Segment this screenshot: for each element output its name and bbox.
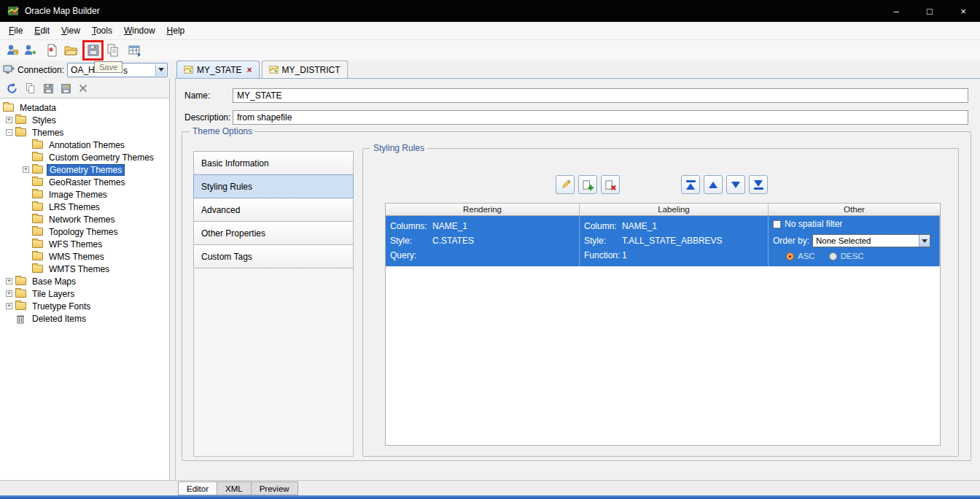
tab-my-state[interactable]: MY_STATE × bbox=[176, 61, 260, 78]
menu-view[interactable]: View bbox=[55, 23, 86, 38]
asc-radio[interactable] bbox=[786, 252, 794, 260]
tree-expander[interactable]: + bbox=[6, 290, 12, 297]
tree-item-metadata[interactable]: Metadata bbox=[0, 101, 169, 114]
tree-copy-button[interactable] bbox=[23, 81, 38, 96]
option-other-properties[interactable]: Other Properties bbox=[193, 221, 354, 245]
window-title: Oracle Map Builder bbox=[25, 6, 100, 16]
menu-edit[interactable]: Edit bbox=[28, 23, 55, 38]
connection-icon bbox=[3, 64, 15, 76]
tree-item-image-themes[interactable]: Image Themes bbox=[0, 188, 169, 201]
theme-options-title: Theme Options bbox=[190, 126, 255, 136]
tree-expander[interactable]: - bbox=[6, 129, 12, 136]
no-spatial-filter-checkbox[interactable] bbox=[773, 220, 781, 228]
tab-xml[interactable]: XML bbox=[217, 481, 252, 495]
tree-delete-button[interactable] bbox=[76, 81, 90, 96]
tab-preview[interactable]: Preview bbox=[251, 481, 298, 495]
edit-rule-button[interactable] bbox=[556, 175, 575, 194]
order-by-select[interactable]: None Selected bbox=[812, 234, 930, 247]
save-as-icon bbox=[61, 83, 71, 94]
move-up-button[interactable] bbox=[704, 175, 723, 194]
tree-item-network-themes[interactable]: Network Themes bbox=[0, 213, 169, 225]
tree-save-as-button[interactable] bbox=[58, 81, 73, 96]
tree-item-wms-themes[interactable]: WMS Themes bbox=[0, 250, 169, 263]
folder-icon bbox=[32, 153, 43, 161]
db-connect-button[interactable] bbox=[4, 42, 20, 58]
copy-icon bbox=[25, 82, 36, 94]
move-top-button[interactable] bbox=[681, 175, 700, 194]
new-file-icon bbox=[44, 43, 59, 58]
tree-item-deleted-items[interactable]: Deleted Items bbox=[0, 312, 169, 325]
tree-item-lrs-themes[interactable]: LRS Themes bbox=[0, 201, 169, 213]
maximize-button[interactable]: □ bbox=[913, 0, 946, 22]
connection-dropdown-button[interactable] bbox=[155, 64, 166, 76]
chevron-down-icon bbox=[922, 239, 928, 243]
selected-tree-label: Geometry Themes bbox=[47, 164, 125, 176]
metadata-panel: Metadata +Styles -Themes Annotation Them… bbox=[0, 79, 170, 480]
main-area: MY_STATE × MY_DISTRICT Name: Description… bbox=[175, 61, 980, 480]
tree-expander[interactable]: + bbox=[6, 303, 12, 309]
order-by-label: Order by: bbox=[773, 236, 809, 246]
add-rule-button[interactable] bbox=[578, 175, 597, 194]
tree-item-geometry-themes[interactable]: +Geometry Themes bbox=[0, 163, 169, 176]
tree-item-georaster-themes[interactable]: GeoRaster Themes bbox=[0, 176, 169, 188]
table-header: Rendering Labeling Other bbox=[386, 204, 940, 216]
menu-tools[interactable]: Tools bbox=[86, 23, 118, 38]
tree-item-themes[interactable]: -Themes bbox=[0, 126, 169, 139]
move-bottom-button[interactable] bbox=[749, 175, 768, 194]
folder-icon bbox=[32, 215, 43, 223]
name-input[interactable] bbox=[233, 88, 968, 103]
folder-icon bbox=[15, 302, 26, 310]
tree-save-button[interactable] bbox=[41, 81, 55, 96]
app-icon bbox=[7, 5, 19, 17]
menu-help[interactable]: Help bbox=[161, 23, 191, 38]
option-advanced[interactable]: Advanced bbox=[193, 198, 354, 222]
tree-item-styles[interactable]: +Styles bbox=[0, 114, 169, 126]
styling-rules-group: Styling Rules bbox=[362, 148, 959, 457]
tree-expander[interactable]: + bbox=[6, 117, 12, 123]
trash-icon bbox=[15, 314, 26, 324]
chevron-down-icon bbox=[158, 68, 164, 71]
description-input[interactable] bbox=[233, 110, 968, 125]
tab-my-district[interactable]: MY_DISTRICT bbox=[262, 61, 348, 78]
menu-file[interactable]: File bbox=[3, 23, 28, 38]
tree-item-truetype-fonts[interactable]: +Truetype Fonts bbox=[0, 300, 169, 312]
tree-item-custom-geometry-themes[interactable]: Custom Geometry Themes bbox=[0, 151, 169, 163]
db-disconnect-icon bbox=[23, 43, 37, 58]
tree-refresh-button[interactable] bbox=[4, 81, 19, 96]
folder-icon bbox=[15, 116, 26, 124]
db-disconnect-button[interactable] bbox=[22, 42, 38, 58]
header-other: Other bbox=[769, 204, 940, 215]
asc-label: ASC bbox=[798, 252, 815, 260]
remove-rule-button[interactable] bbox=[601, 175, 620, 194]
refresh-icon bbox=[6, 82, 18, 95]
minimize-button[interactable]: – bbox=[879, 0, 913, 22]
tab-close-icon[interactable]: × bbox=[247, 65, 252, 75]
name-label: Name: bbox=[184, 90, 210, 101]
close-button[interactable]: × bbox=[946, 0, 980, 22]
theme-options-nav: Basic Information Styling Rules Advanced… bbox=[193, 151, 354, 457]
move-down-button[interactable] bbox=[726, 175, 745, 194]
table-row[interactable]: Columns:NAME_1 Style:C.STATES Query: Col… bbox=[386, 216, 940, 266]
tree-expander[interactable]: + bbox=[23, 166, 29, 173]
option-custom-tags[interactable]: Custom Tags bbox=[193, 244, 354, 268]
tree-item-tile-layers[interactable]: +Tile Layers bbox=[0, 287, 169, 300]
tree-item-annotation-themes[interactable]: Annotation Themes bbox=[0, 139, 169, 151]
option-styling-rules[interactable]: Styling Rules bbox=[193, 174, 354, 198]
tree-item-wfs-themes[interactable]: WFS Themes bbox=[0, 238, 169, 250]
tree-item-topology-themes[interactable]: Topology Themes bbox=[0, 225, 169, 238]
new-button[interactable] bbox=[44, 42, 60, 58]
order-by-dropdown-button[interactable] bbox=[919, 235, 930, 247]
copy-button[interactable] bbox=[105, 42, 121, 58]
tree-item-wmts-themes[interactable]: WMTS Themes bbox=[0, 263, 169, 275]
export-button[interactable] bbox=[127, 42, 143, 58]
folder-icon bbox=[32, 141, 43, 149]
desc-radio[interactable] bbox=[829, 252, 837, 260]
save-icon bbox=[43, 83, 54, 94]
open-button[interactable] bbox=[63, 42, 79, 58]
tab-editor[interactable]: Editor bbox=[178, 481, 217, 495]
tree-item-base-maps[interactable]: +Base Maps bbox=[0, 275, 169, 287]
rule-edit-toolbar bbox=[556, 175, 620, 194]
menu-window[interactable]: Window bbox=[118, 23, 161, 38]
option-basic-information[interactable]: Basic Information bbox=[193, 151, 354, 175]
tree-expander[interactable]: + bbox=[6, 278, 12, 285]
